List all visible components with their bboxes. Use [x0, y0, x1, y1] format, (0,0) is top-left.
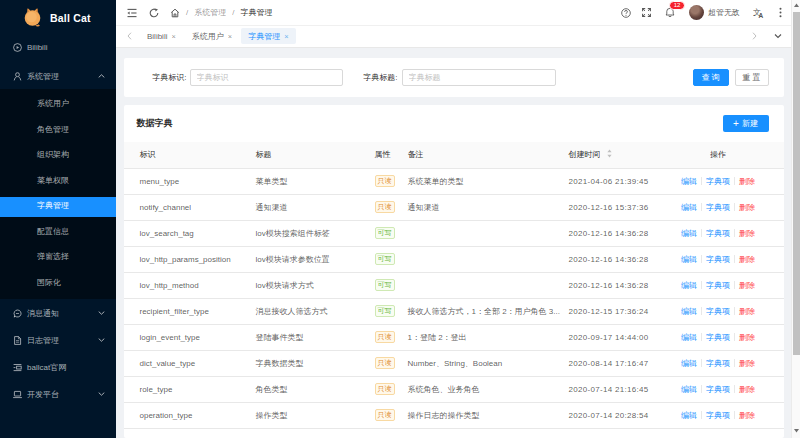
notification-bell[interactable]: 12: [665, 7, 675, 18]
tab-close-icon[interactable]: ×: [228, 32, 232, 41]
cell-title: 消息接收人筛选方式: [240, 298, 357, 324]
dict-item-action[interactable]: 字典项: [706, 359, 730, 368]
delete-action[interactable]: 删除: [739, 281, 755, 290]
card-title: 数据字典: [137, 117, 173, 130]
cell-code: login_event_type: [124, 324, 240, 350]
breadcrumb-item-dict[interactable]: 字典管理: [240, 7, 272, 18]
tabs-scroll-left-icon[interactable]: [122, 27, 136, 45]
filter-input-title[interactable]: [402, 69, 556, 86]
tab-label: 字典管理: [248, 31, 280, 42]
sidebar-subitem-配置信息[interactable]: 配置信息: [0, 219, 116, 245]
tab-字典管理[interactable]: 字典管理×: [241, 28, 295, 44]
sidebar-item-label: Bilibili: [27, 43, 47, 52]
new-button[interactable]: + 新建: [723, 115, 769, 132]
edit-action[interactable]: 编辑: [681, 411, 697, 420]
cell-code: operation_type: [124, 402, 240, 428]
dict-item-action[interactable]: 字典项: [706, 229, 730, 238]
translate-icon[interactable]: 文 A: [753, 7, 764, 18]
scrollbar-thumb[interactable]: [793, 12, 800, 355]
edit-action[interactable]: 编辑: [681, 359, 697, 368]
sidebar-item-系统管理[interactable]: 系统管理: [0, 63, 116, 89]
filter-label-code: 字典标识:: [124, 58, 187, 97]
dict-item-action[interactable]: 字典项: [706, 307, 730, 316]
tab-close-icon[interactable]: ×: [284, 32, 288, 41]
sidebar-item-label: 日志管理: [27, 335, 59, 346]
table-row: notify_channel通知渠道只读通知渠道2020-12-16 15:37…: [124, 194, 784, 220]
sidebar-item-label: 系统管理: [27, 71, 59, 82]
scrollbar-up-icon[interactable]: [792, 1, 800, 10]
sidebar-subitem-国际化[interactable]: 国际化: [0, 270, 116, 296]
sidebar-item-label: ballcat官网: [27, 362, 66, 373]
dict-item-action[interactable]: 字典项: [706, 411, 730, 420]
page-scrollbar[interactable]: [791, 0, 800, 438]
delete-action[interactable]: 删除: [739, 307, 755, 316]
reload-icon[interactable]: [149, 8, 159, 18]
sidebar-subitem-菜单权限[interactable]: 菜单权限: [0, 168, 116, 194]
delete-action[interactable]: 删除: [739, 255, 755, 264]
sidebar-item-label: 消息通知: [27, 308, 59, 319]
sidebar-item-Bilibili[interactable]: Bilibili: [0, 34, 116, 60]
tab-系统用户[interactable]: 系统用户×: [185, 28, 239, 44]
column-header-创建时间[interactable]: 创建时间: [562, 142, 667, 168]
edit-action[interactable]: 编辑: [681, 255, 697, 264]
tabs-scroll-right-icon[interactable]: [747, 27, 761, 45]
dict-item-action[interactable]: 字典项: [706, 281, 730, 290]
attr-tag: 只读: [375, 383, 395, 395]
sidebar-subitem-字典管理[interactable]: 字典管理: [0, 193, 116, 219]
filter-input-code[interactable]: [190, 69, 343, 86]
dict-item-action[interactable]: 字典项: [706, 385, 730, 394]
edit-action[interactable]: 编辑: [681, 203, 697, 212]
cell-remark: 系统角色、业务角色: [392, 376, 562, 402]
action-divider: [734, 307, 735, 315]
breadcrumb-item-system[interactable]: 系统管理: [194, 7, 226, 18]
cell-title: 角色类型: [240, 376, 357, 402]
delete-action[interactable]: 删除: [739, 359, 755, 368]
delete-action[interactable]: 删除: [739, 229, 755, 238]
edit-action[interactable]: 编辑: [681, 307, 697, 316]
dict-item-action[interactable]: 字典项: [706, 203, 730, 212]
sidebar-item-日志管理[interactable]: 日志管理: [0, 327, 116, 353]
tabs-menu-icon[interactable]: [771, 27, 785, 45]
edit-action[interactable]: 编辑: [681, 177, 697, 186]
delete-action[interactable]: 删除: [739, 203, 755, 212]
cell-created: 2020-09-17 14:44:00: [562, 324, 667, 350]
reset-button[interactable]: 重 置: [735, 69, 769, 86]
sort-icon[interactable]: [607, 149, 612, 160]
edit-action[interactable]: 编辑: [681, 281, 697, 290]
username[interactable]: 超管无敌: [708, 7, 740, 18]
header-right: 12 超管无敌 文 A: [621, 5, 791, 20]
tab-Bilibili[interactable]: Bilibili×: [140, 28, 183, 44]
table-row: lov_search_taglov模块搜索组件标签可写2020-12-16 14…: [124, 220, 784, 246]
delete-action[interactable]: 删除: [739, 411, 755, 420]
delete-action[interactable]: 删除: [739, 385, 755, 394]
dict-item-action[interactable]: 字典项: [706, 177, 730, 186]
sidebar-subitem-系统用户[interactable]: 系统用户: [0, 91, 116, 117]
edit-action[interactable]: 编辑: [681, 333, 697, 342]
dict-item-action[interactable]: 字典项: [706, 333, 730, 342]
home-icon[interactable]: [170, 8, 180, 18]
avatar[interactable]: [689, 5, 704, 20]
sidebar-item-消息通知[interactable]: 消息通知: [0, 300, 116, 326]
sidebar-subitem-组织架构[interactable]: 组织架构: [0, 142, 116, 168]
delete-action[interactable]: 删除: [739, 333, 755, 342]
sidebar-item-ballcat官网[interactable]: ballcat官网: [0, 354, 116, 380]
menu-fold-icon[interactable]: [127, 8, 137, 18]
fullscreen-icon[interactable]: [642, 8, 651, 17]
cell-remark: 系统菜单的类型: [392, 168, 562, 194]
logo[interactable]: Ball Cat: [0, 0, 116, 32]
search-button[interactable]: 查 询: [693, 69, 729, 86]
sidebar-subitem-弹窗选择[interactable]: 弹窗选择: [0, 244, 116, 270]
sidebar-item-开发平台[interactable]: 开发平台: [0, 381, 116, 407]
cell-remark: 1：登陆 2：登出: [392, 324, 562, 350]
action-divider: [734, 359, 735, 367]
dict-item-action[interactable]: 字典项: [706, 255, 730, 264]
edit-action[interactable]: 编辑: [681, 385, 697, 394]
edit-action[interactable]: 编辑: [681, 229, 697, 238]
help-icon[interactable]: [621, 8, 631, 18]
scrollbar-down-icon[interactable]: [792, 426, 800, 435]
more-dots-icon[interactable]: [779, 7, 782, 18]
sidebar-subitem-角色管理[interactable]: 角色管理: [0, 117, 116, 143]
cell-attr: 可写: [357, 298, 392, 324]
tab-close-icon[interactable]: ×: [171, 32, 175, 41]
delete-action[interactable]: 删除: [739, 177, 755, 186]
